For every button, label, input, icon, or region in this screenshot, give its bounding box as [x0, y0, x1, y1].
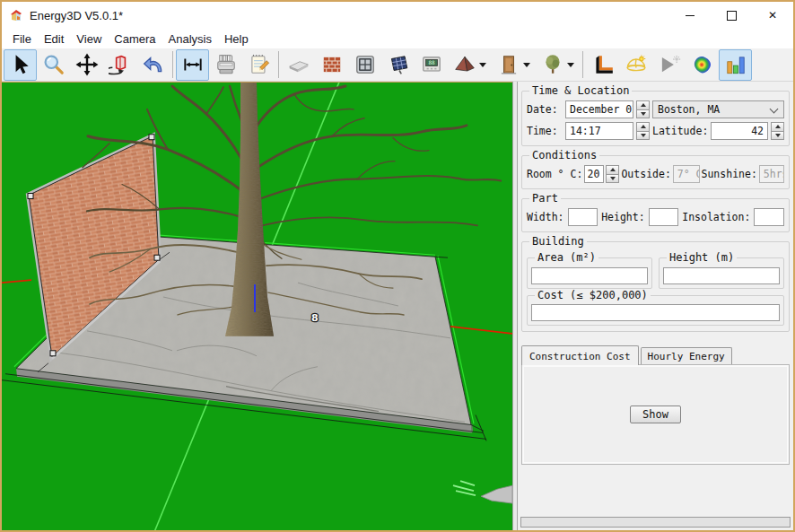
maximize-button[interactable]	[711, 2, 752, 29]
construction-cost-pane: Show	[521, 364, 790, 465]
tree-dropdown-caret[interactable]	[567, 63, 574, 67]
toolbar-rotate-button[interactable]	[103, 49, 136, 81]
building-cost-input[interactable]	[531, 304, 780, 321]
latitude-spinner-buttons[interactable]	[771, 122, 784, 140]
toolbar-foundation-button[interactable]	[282, 49, 315, 81]
slab-icon	[287, 53, 310, 76]
toolbar-separator	[278, 51, 279, 78]
toolbar-shadow-button[interactable]	[586, 49, 619, 81]
svg-text:88: 88	[428, 59, 435, 65]
notepad-icon	[248, 53, 271, 76]
group-title: Time & Location	[529, 84, 632, 97]
part-height-label: Height:	[601, 211, 644, 223]
building-area-input[interactable]	[531, 267, 648, 284]
outside-temp-field: 7° C	[673, 165, 700, 183]
toolbar-sensor-button[interactable]: 88	[415, 49, 448, 81]
toolbar-door-button[interactable]	[492, 49, 536, 81]
sensor-display-icon: 88	[420, 53, 443, 76]
platform-marker-label: 8	[311, 312, 319, 324]
toolbar-annotation-toggle-button[interactable]	[176, 49, 209, 81]
wall-shadow-icon	[591, 53, 615, 76]
date-spinner-field[interactable]: December 02	[565, 100, 633, 118]
sun-dome-icon	[625, 53, 648, 76]
window-title: Energy3D V5.0.1*	[30, 9, 123, 22]
brick-wall-icon	[320, 53, 344, 76]
toolbar-pan-button[interactable]	[70, 49, 103, 81]
spacing-arrows-icon	[181, 53, 205, 76]
toolbar-tree-button[interactable]	[536, 49, 580, 81]
close-button[interactable]: ✕	[752, 2, 793, 29]
pyramid-roof-icon	[453, 53, 476, 76]
viewport-container: 8	[2, 82, 512, 530]
room-temp-field[interactable]: 20	[584, 165, 604, 183]
building-height-subgroup: Height (m)	[659, 257, 784, 289]
heatmap-blob-icon	[691, 53, 714, 76]
group-title: Conditions	[529, 149, 599, 161]
part-insolation-field	[754, 208, 784, 226]
tab-construction-cost[interactable]: Construction Cost	[521, 345, 639, 365]
play-sun-icon	[658, 53, 681, 76]
time-spinner-field[interactable]: 14:17	[565, 122, 633, 140]
door-dropdown-caret[interactable]	[523, 63, 530, 67]
side-panel: Time & Location Date: December 02 Boston…	[518, 82, 793, 530]
show-button[interactable]: Show	[630, 406, 681, 423]
app-icon	[9, 8, 23, 22]
chevron-down-icon	[770, 105, 779, 114]
bar-chart-icon	[724, 53, 747, 76]
toolbar-zoom-button[interactable]	[37, 49, 70, 81]
toolbar-wall-button[interactable]	[315, 49, 348, 81]
rotate-box-icon	[109, 53, 132, 76]
menu-view[interactable]: View	[70, 31, 108, 48]
building-height-input[interactable]	[663, 267, 780, 284]
toolbar-note-button[interactable]	[242, 49, 275, 81]
toolbar-separator	[172, 51, 173, 78]
toolbar-window-button[interactable]	[348, 49, 381, 81]
toolbar-sun-animation-button[interactable]	[652, 49, 686, 81]
close-icon: ✕	[768, 9, 777, 22]
toolbar-graph-panel-button[interactable]	[719, 49, 752, 81]
city-dropdown[interactable]: Boston, MA	[652, 100, 784, 118]
building-group: Building Area (m²) Height (m) Cost (≤ $2…	[521, 241, 790, 332]
solar-panel-icon	[387, 53, 410, 76]
undo-arrow-icon	[142, 53, 165, 76]
part-width-label: Width:	[527, 211, 564, 223]
part-height-field	[649, 208, 679, 226]
3d-viewport[interactable]: 8	[2, 83, 512, 530]
minimize-button[interactable]	[669, 2, 711, 29]
menubar: File Edit View Camera Analysis Help	[2, 29, 793, 48]
city-value: Boston, MA	[658, 103, 720, 116]
window-panes-icon	[354, 53, 377, 76]
toolbar-heliodon-button[interactable]	[619, 49, 652, 81]
toolbar-roof-button[interactable]	[448, 49, 492, 81]
menu-file[interactable]: File	[6, 31, 38, 48]
time-label: Time:	[527, 125, 563, 137]
main-area: 8 Time & Location Date:	[2, 82, 793, 530]
building-height-label: Height (m)	[667, 251, 737, 264]
latitude-spinner-field[interactable]: 42	[711, 122, 768, 140]
toolbar-heatmap-button[interactable]	[686, 49, 719, 81]
date-spinner-buttons[interactable]	[636, 100, 650, 118]
sunshine-label: Sunshine:	[702, 168, 757, 180]
menu-help[interactable]: Help	[218, 31, 255, 48]
menu-edit[interactable]: Edit	[38, 31, 70, 48]
room-temp-label: Room ° C:	[527, 168, 582, 180]
toolbar-undo-button[interactable]	[136, 49, 170, 81]
part-group: Part Width: Height: Insolation:	[521, 198, 790, 232]
room-temp-spinner[interactable]	[606, 165, 619, 183]
analysis-tabs: Construction Cost Hourly Energy	[521, 345, 790, 364]
roof-dropdown-caret[interactable]	[479, 63, 486, 67]
tab-hourly-energy[interactable]: Hourly Energy	[641, 347, 732, 364]
menu-analysis[interactable]: Analysis	[162, 31, 218, 48]
menu-camera[interactable]: Camera	[108, 31, 162, 48]
group-title: Building	[529, 235, 587, 248]
toolbar-print-button[interactable]	[209, 49, 242, 81]
toolbar-solar-panel-button[interactable]	[381, 49, 415, 81]
toolbar-select-button[interactable]	[4, 49, 37, 81]
time-spinner-buttons[interactable]	[636, 122, 650, 140]
printer-icon	[214, 53, 238, 76]
window-controls: ✕	[669, 2, 793, 29]
part-width-field	[568, 208, 598, 226]
area-label: Area (m²)	[535, 251, 598, 264]
latitude-label: Latitude:	[652, 125, 708, 137]
building-cost-subgroup: Cost (≤ $200,000)	[527, 295, 784, 327]
